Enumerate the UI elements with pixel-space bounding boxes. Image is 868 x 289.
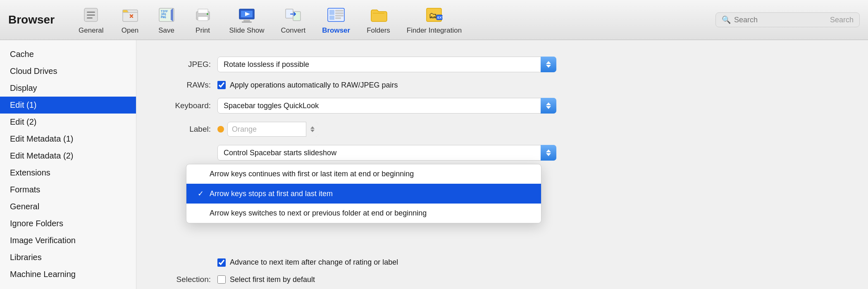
toolbar-item-folders[interactable]: Folders [359,2,398,37]
svg-text:PNG: PNG [161,16,166,19]
sidebar-item-image-verification[interactable]: Image Verification [0,232,136,249]
arrow-keys-dropdown: Arrow keys continues with first or last … [186,164,541,223]
dropdown-item-label-0: Arrow keys continues with first or last … [210,170,414,178]
label1-select[interactable]: Orange [227,122,318,137]
svg-text:EXT: EXT [437,16,443,19]
raws-label: RAWs: [161,81,211,90]
dropdown-item-label-2: Arrow keys switches to next or previous … [210,209,427,218]
keyboard-row: Keyboard: Spacebar toggles QuickLook [161,98,843,114]
svg-rect-1 [87,12,95,13]
svg-rect-20 [329,10,334,15]
dropdown-item-label-1: Arrow keys stops at first and last item [210,190,333,198]
jpeg-row: JPEG: Rotate lossless if possible [161,57,843,72]
folders-label: Folders [367,26,390,35]
svg-rect-23 [335,12,343,14]
raws-row: RAWs: Apply operations automatically to … [161,81,843,90]
jpeg-label: JPEG: [161,60,211,69]
keyboard-select[interactable]: Spacebar toggles QuickLook [217,98,556,114]
save-icon: TIFF JPG PNG [157,5,176,25]
raws-text: Apply operations automatically to RAW/JP… [230,81,398,90]
sidebar-item-cache[interactable]: Cache [0,46,136,63]
svg-rect-21 [329,16,334,20]
label1-row: Label: Orange [161,122,843,137]
convert-label: Convert [281,26,306,35]
control-spacebar-select[interactable]: Control Spacebar starts slideshow [217,145,556,161]
sidebar-item-formats[interactable]: Formats [0,181,136,198]
finder-label: Finder Integration [407,26,462,35]
svg-rect-10 [198,17,208,21]
sidebar-item-edit-meta2[interactable]: Edit Metadata (2) [0,147,136,164]
toolbar-item-convert[interactable]: Convert [274,2,313,37]
toolbar-item-open[interactable]: Open [113,2,148,37]
orange-dot-icon [217,126,224,133]
svg-rect-15 [243,20,250,21]
selection-content: Select first item by default [217,275,315,284]
raws-checkbox-wrapper: Apply operations automatically to RAW/JP… [217,81,398,90]
sidebar-item-libraries[interactable]: Libraries [0,249,136,266]
advance-checkbox[interactable] [217,258,226,267]
sidebar-item-extensions[interactable]: Extensions [0,164,136,181]
toolbar-item-general[interactable]: General [71,2,111,37]
sidebar-item-edit-meta1[interactable]: Edit Metadata (1) [0,130,136,147]
open-label: Open [122,26,139,35]
sidebar-item-machine-learning[interactable]: Machine Learning [0,266,136,283]
sidebar: Cache Cloud Drives Display Edit (1) Edit… [0,40,136,289]
label1-field-label: Label: [161,125,211,134]
svg-rect-24 [335,15,343,17]
svg-rect-22 [335,10,343,12]
jpeg-select[interactable]: Rotate lossless if possible [217,57,556,72]
save-label: Save [158,26,174,35]
search-icon: 🔍 [722,15,731,24]
search-box[interactable]: 🔍 Search [715,12,860,27]
finder-icon: 🗂 EXT [424,5,444,25]
sidebar-item-edit2[interactable]: Edit (2) [0,114,136,130]
folders-icon [369,5,389,25]
slideshow-label: Slide Show [229,26,265,35]
svg-rect-25 [335,17,341,19]
sidebar-item-ignore-folders[interactable]: Ignore Folders [0,215,136,232]
main-content: Cache Cloud Drives Display Edit (1) Edit… [0,40,868,289]
raws-checkbox[interactable] [217,81,226,89]
print-label: Print [196,26,210,35]
toolbar-item-print[interactable]: Print [186,2,220,37]
app-title: Browser [8,13,55,26]
browser-icon [326,5,346,25]
dropdown-item-0[interactable]: Arrow keys continues with first or last … [186,164,541,184]
dropdown-item-1[interactable]: ✓ Arrow keys stops at first and last ite… [186,184,541,204]
check-icon-1: ✓ [196,189,205,198]
label1-select-wrapper: Orange [217,122,318,137]
search-input[interactable] [734,16,830,24]
svg-rect-3 [87,17,93,19]
svg-rect-11 [198,9,208,13]
keyboard-label: Keyboard: [161,101,211,110]
control-spacebar-wrapper: Control Spacebar starts slideshow [217,145,556,161]
convert-icon [283,5,303,25]
toolbar-item-finder[interactable]: 🗂 EXT Finder Integration [399,2,469,37]
selection-label: Selection: [161,275,211,284]
toolbar-item-browser[interactable]: Browser [315,2,358,37]
slideshow-icon [237,5,257,25]
svg-rect-16 [242,21,252,23]
sidebar-item-general[interactable]: General [0,198,136,215]
browser-label: Browser [322,26,350,35]
jpeg-select-wrapper: Rotate lossless if possible [217,57,556,72]
dropdown-item-2[interactable]: Arrow keys switches to next or previous … [186,204,541,223]
content-area: JPEG: Rotate lossless if possible RAWs: … [136,40,868,289]
svg-point-12 [207,13,208,15]
general-label: General [79,26,103,35]
general-icon [81,5,101,25]
selection-row: Selection: Select first item by default [161,275,843,284]
sidebar-item-display[interactable]: Display [0,80,136,97]
sidebar-item-cloud-drives[interactable]: Cloud Drives [0,63,136,80]
search-label: Search [830,16,854,24]
toolbar-item-slideshow[interactable]: Slide Show [222,2,272,37]
advance-text: Advance to next item after change of rat… [230,258,398,267]
advance-row: Advance to next item after change of rat… [161,258,843,267]
toolbar: Browser General [0,0,868,40]
toolbar-item-save[interactable]: TIFF JPG PNG Save [149,2,184,37]
selection-checkbox[interactable] [217,275,226,284]
print-icon [193,5,213,25]
sidebar-item-edit1[interactable]: Edit (1) [0,97,136,114]
svg-rect-2 [87,14,95,16]
selection-text: Select first item by default [230,275,315,284]
